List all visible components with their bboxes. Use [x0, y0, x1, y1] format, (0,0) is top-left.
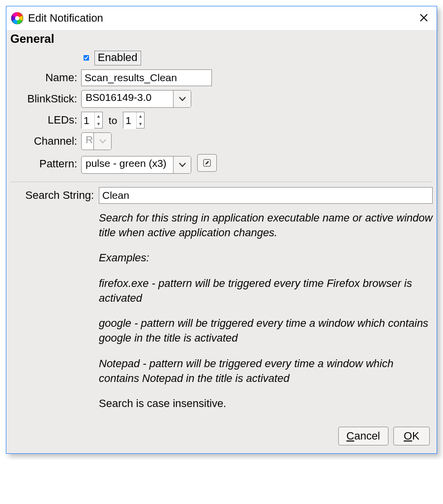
window-title: Edit Notification: [28, 12, 103, 25]
help-line: google - pattern will be triggered every…: [99, 316, 433, 345]
cancel-button[interactable]: Cancel: [338, 427, 388, 445]
ok-rest: K: [412, 430, 419, 442]
dialog-window: Edit Notification General Enabled Name:: [6, 6, 437, 454]
pencil-icon: [203, 159, 211, 167]
name-label: Name:: [10, 67, 79, 88]
led-to-value[interactable]: [123, 112, 136, 129]
name-field[interactable]: [81, 69, 212, 86]
stepper-arrows-icon: ▲▼: [94, 112, 102, 128]
enabled-label: Enabled: [94, 51, 141, 65]
led-from-value[interactable]: [82, 112, 94, 129]
section-divider: [10, 182, 433, 182]
led-from-stepper[interactable]: ▲▼: [81, 112, 103, 128]
leds-label: LEDs:: [10, 110, 79, 130]
form-general: Enabled Name: BlinkStick: BS016149-3.0: [10, 49, 219, 176]
channel-select: R: [81, 132, 112, 150]
app-icon: [10, 11, 24, 25]
pattern-edit-button[interactable]: [197, 154, 217, 172]
ok-button[interactable]: OK: [393, 427, 430, 445]
pattern-select[interactable]: pulse - green (x3): [81, 156, 191, 174]
chevron-down-icon: [173, 157, 191, 173]
search-string-label: Search String:: [10, 189, 94, 202]
blinkstick-value: BS016149-3.0: [82, 91, 173, 107]
help-line: Search for this string in application ex…: [99, 211, 433, 240]
chevron-down-icon: [93, 133, 111, 150]
pattern-label: Pattern:: [10, 152, 79, 176]
help-line: firefox.exe - pattern will be triggered …: [99, 276, 433, 305]
titlebar: Edit Notification: [6, 6, 437, 30]
dialog-buttons: Cancel OK: [10, 422, 433, 449]
svg-point-1: [15, 16, 20, 21]
dialog-content: General Enabled Name: BlinkStick:: [6, 30, 437, 453]
channel-value: R: [82, 133, 93, 150]
blinkstick-select[interactable]: BS016149-3.0: [81, 90, 191, 108]
section-heading-general: General: [10, 32, 433, 46]
help-line: Notepad - pattern will be triggered ever…: [99, 356, 433, 385]
search-row: Search String:: [10, 187, 433, 204]
help-line: Search is case insensitive.: [99, 396, 433, 411]
close-icon: [419, 13, 429, 23]
blinkstick-label: BlinkStick:: [10, 88, 79, 110]
search-string-field[interactable]: [99, 187, 433, 204]
help-line: Examples:: [99, 251, 433, 265]
cancel-rest: ancel: [354, 430, 380, 442]
enabled-checkbox[interactable]: [84, 55, 89, 61]
channel-label: Channel:: [10, 130, 79, 152]
pattern-value: pulse - green (x3): [82, 157, 173, 173]
close-button[interactable]: [416, 12, 432, 25]
led-to-stepper[interactable]: ▲▼: [123, 112, 145, 128]
stepper-arrows-icon: ▲▼: [136, 112, 144, 128]
leds-to-label: to: [106, 115, 120, 126]
chevron-down-icon: [173, 91, 191, 107]
search-help-text: Search for this string in application ex…: [99, 211, 433, 411]
